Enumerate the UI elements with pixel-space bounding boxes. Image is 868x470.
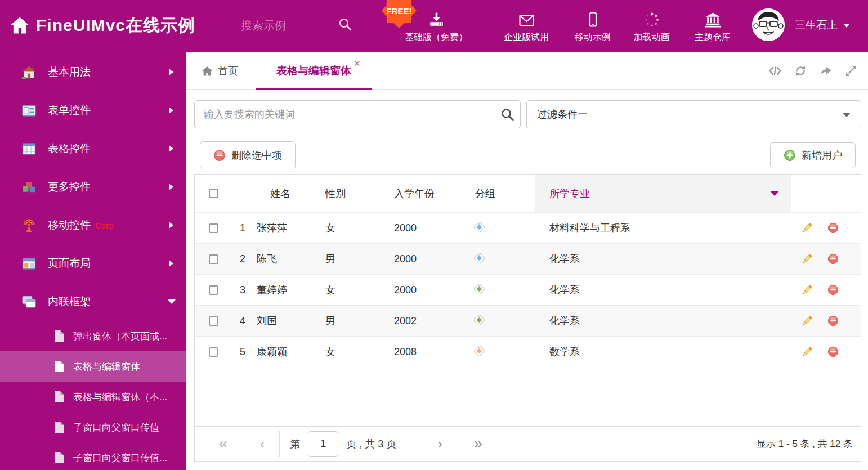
delete-row-button[interactable]	[827, 253, 839, 265]
nav-item-loading-animation[interactable]: 加载动画	[622, 0, 681, 51]
delete-selected-button[interactable]: 删除选中项	[200, 141, 296, 169]
avatar[interactable]	[752, 8, 785, 41]
sidebar-item-mobile-controls[interactable]: 移动控件 Corp	[0, 206, 186, 244]
delete-row-button[interactable]	[827, 222, 839, 234]
sidebar-subitem-popup-window[interactable]: 弹出窗体（本页面或...	[0, 321, 186, 351]
expand-icon[interactable]	[844, 64, 858, 78]
edit-button[interactable]	[802, 346, 813, 357]
nav-item-theme-repo[interactable]: 主题仓库	[682, 0, 743, 51]
spinner-icon	[643, 11, 660, 28]
row-checkbox[interactable]	[209, 223, 218, 233]
sidebar-item-more-controls[interactable]: 更多控件	[0, 168, 186, 206]
page-suffix: 页 , 共 3 页	[346, 437, 396, 451]
file-icon	[54, 360, 64, 373]
sidebar-subitem-grid-edit-window[interactable]: 表格与编辑窗体	[0, 351, 186, 382]
edit-button[interactable]	[802, 284, 813, 296]
sidebar-item-label: 页面布局	[48, 256, 91, 271]
tab-grid-edit-window[interactable]: 表格与编辑窗体	[256, 52, 372, 89]
home-colorful-icon	[21, 65, 37, 80]
chevron-right-icon	[169, 260, 173, 267]
sidebar-item-page-layout[interactable]: 页面布局	[0, 244, 186, 283]
chevron-right-icon	[169, 222, 173, 229]
column-header-major-label: 所学专业	[549, 187, 590, 200]
refresh-icon[interactable]	[794, 64, 807, 78]
user-name: 三生石上	[795, 18, 838, 33]
delete-icon	[827, 346, 839, 357]
row-index: 1	[232, 222, 253, 234]
sidebar-item-grid-controls[interactable]: 表格控件	[0, 129, 186, 168]
close-icon[interactable]: ✕	[354, 59, 361, 68]
major-link[interactable]: 材料科学与工程系	[549, 222, 630, 234]
nav-item-enterprise-trial[interactable]: 企业版试用	[490, 0, 563, 51]
sidebar-subitem-grid-edit-window-2[interactable]: 表格与编辑窗体（不...	[0, 382, 186, 412]
tag-icon	[473, 344, 485, 356]
next-page-button[interactable]: ›	[437, 437, 442, 451]
delete-row-button[interactable]	[827, 284, 839, 296]
nav-item-label: 企业版试用	[504, 32, 549, 43]
row-index: 3	[232, 284, 253, 296]
search-icon[interactable]	[338, 17, 353, 32]
forward-icon[interactable]	[819, 64, 833, 78]
user-menu[interactable]: 三生石上	[795, 0, 850, 51]
table-row: 1 张萍萍 女 2000 材料科学与工程系	[195, 212, 861, 243]
column-header-year[interactable]: 入学年份	[373, 187, 451, 200]
last-page-button[interactable]: »	[474, 436, 482, 451]
sidebar-item-basic-usage[interactable]: 基本用法	[0, 53, 186, 91]
page-number-input[interactable]	[308, 431, 338, 457]
filter-dropdown[interactable]: 过滤条件一	[526, 100, 861, 128]
first-page-button[interactable]: «	[219, 436, 227, 451]
pager-divider	[279, 431, 280, 457]
column-header-gender[interactable]: 性别	[316, 187, 373, 200]
search-icon[interactable]	[500, 107, 516, 123]
tab-home[interactable]: 首页	[202, 52, 238, 89]
edit-button[interactable]	[802, 222, 813, 234]
edit-button[interactable]	[802, 315, 813, 326]
chevron-down-icon	[168, 299, 176, 304]
header-search-input[interactable]	[241, 16, 328, 35]
main-content: 首页 表格与编辑窗体 ✕	[186, 51, 868, 470]
add-user-button[interactable]: 新增用户	[770, 142, 856, 168]
row-checkbox[interactable]	[209, 254, 218, 264]
sidebar-subitem-label: 弹出窗体（本页面或...	[73, 330, 167, 343]
sidebar-subitem-child-to-parent-2[interactable]: 子窗口向父窗口传值...	[0, 442, 186, 470]
select-all-checkbox[interactable]	[209, 189, 218, 198]
sidebar-item-iframe[interactable]: 内联框架	[0, 283, 186, 321]
home-icon[interactable]	[9, 15, 30, 36]
code-icon[interactable]	[768, 64, 782, 78]
cell-gender: 女	[316, 283, 373, 297]
delete-row-button[interactable]	[827, 346, 839, 357]
sidebar-item-form-controls[interactable]: 表单控件	[0, 91, 186, 129]
sidebar-subitem-label: 表格与编辑窗体（不...	[73, 391, 167, 404]
delete-icon	[827, 315, 839, 326]
table-row: 2 陈飞 男 2000 化学系	[195, 243, 861, 274]
nav-item-label: 基础版（免费）	[405, 32, 468, 43]
download-icon	[428, 11, 445, 28]
major-link[interactable]: 化学系	[549, 284, 580, 296]
delete-icon	[213, 149, 226, 162]
cell-year: 2000	[373, 284, 451, 296]
file-icon	[54, 391, 64, 403]
edit-icon	[802, 284, 813, 296]
chevron-right-icon	[169, 69, 173, 75]
major-link[interactable]: 化学系	[549, 253, 580, 265]
nav-item-mobile-demo[interactable]: 移动示例	[563, 0, 622, 51]
delete-row-button[interactable]	[827, 315, 839, 326]
column-header-name[interactable]: 姓名	[253, 187, 316, 200]
file-icon	[54, 451, 64, 464]
row-index: 4	[232, 315, 253, 327]
search-input[interactable]	[194, 100, 521, 128]
column-header-group[interactable]: 分组	[451, 187, 535, 200]
cell-year: 2002	[373, 315, 451, 327]
nav-item-basic-edition[interactable]: FREE! 基础版（免费）	[388, 0, 484, 51]
column-header-major[interactable]: 所学专业	[535, 175, 791, 212]
row-checkbox[interactable]	[209, 285, 218, 295]
sidebar-subitem-child-to-parent[interactable]: 子窗口向父窗口传值	[0, 412, 186, 442]
row-checkbox[interactable]	[209, 316, 218, 326]
edit-button[interactable]	[802, 253, 813, 265]
table-row: 5 康颖颖 女 2008 数学系	[195, 336, 861, 367]
major-link[interactable]: 化学系	[549, 315, 580, 326]
row-checkbox[interactable]	[209, 347, 218, 357]
major-link[interactable]: 数学系	[549, 346, 580, 357]
avatar-face-icon	[752, 8, 785, 41]
prev-page-button[interactable]: ‹	[260, 437, 265, 451]
